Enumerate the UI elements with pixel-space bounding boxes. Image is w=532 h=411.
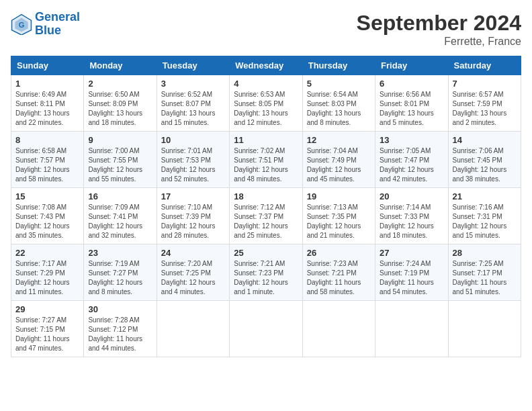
day-cell: 17Sunrise: 7:10 AMSunset: 7:39 PMDayligh…	[157, 188, 229, 244]
location: Ferrette, France	[357, 36, 521, 48]
page-header: G General Blue September 2024 Ferrette, …	[11, 11, 521, 48]
day-number: 28	[453, 248, 517, 258]
day-number: 11	[234, 135, 298, 145]
day-number: 23	[88, 248, 152, 258]
day-number: 29	[15, 304, 79, 314]
month-title: September 2024	[357, 11, 521, 36]
day-info: Sunrise: 7:00 AMSunset: 7:55 PMDaylight:…	[88, 146, 152, 184]
day-number: 16	[88, 191, 152, 201]
day-cell: 27Sunrise: 7:24 AMSunset: 7:19 PMDayligh…	[375, 244, 448, 301]
day-info: Sunrise: 7:04 AMSunset: 7:49 PMDaylight:…	[307, 146, 371, 184]
day-number: 13	[380, 135, 443, 145]
day-cell: 20Sunrise: 7:14 AMSunset: 7:33 PMDayligh…	[375, 188, 448, 244]
day-info: Sunrise: 7:16 AMSunset: 7:31 PMDaylight:…	[453, 203, 517, 240]
day-cell: 8Sunrise: 6:58 AMSunset: 7:57 PMDaylight…	[11, 132, 84, 188]
day-number: 12	[307, 135, 371, 145]
empty-cell	[230, 301, 302, 357]
day-number: 7	[453, 79, 517, 89]
day-number: 17	[161, 191, 225, 201]
day-number: 9	[88, 135, 152, 145]
day-info: Sunrise: 7:13 AMSunset: 7:35 PMDaylight:…	[307, 203, 371, 240]
day-info: Sunrise: 7:23 AMSunset: 7:21 PMDaylight:…	[307, 259, 371, 297]
day-cell: 3Sunrise: 6:52 AMSunset: 8:07 PMDaylight…	[157, 75, 229, 132]
day-number: 14	[453, 135, 517, 145]
day-cell: 2Sunrise: 6:50 AMSunset: 8:09 PMDaylight…	[84, 75, 157, 132]
day-cell: 5Sunrise: 6:54 AMSunset: 8:03 PMDaylight…	[302, 75, 375, 132]
day-number: 27	[380, 248, 443, 258]
day-number: 6	[380, 79, 443, 89]
empty-cell	[375, 301, 448, 357]
day-info: Sunrise: 6:56 AMSunset: 8:01 PMDaylight:…	[380, 90, 443, 128]
title-block: September 2024 Ferrette, France	[357, 11, 521, 48]
day-number: 24	[161, 248, 225, 258]
day-cell: 4Sunrise: 6:53 AMSunset: 8:05 PMDaylight…	[230, 75, 302, 132]
day-cell: 19Sunrise: 7:13 AMSunset: 7:35 PMDayligh…	[302, 188, 375, 244]
day-number: 25	[234, 248, 298, 258]
day-cell: 22Sunrise: 7:17 AMSunset: 7:29 PMDayligh…	[11, 244, 84, 301]
day-number: 1	[15, 79, 79, 89]
day-info: Sunrise: 6:50 AMSunset: 8:09 PMDaylight:…	[88, 90, 152, 128]
day-number: 3	[161, 79, 225, 89]
day-info: Sunrise: 7:12 AMSunset: 7:37 PMDaylight:…	[234, 203, 298, 240]
day-cell: 24Sunrise: 7:20 AMSunset: 7:25 PMDayligh…	[157, 244, 229, 301]
col-header-friday: Friday	[375, 56, 448, 75]
day-info: Sunrise: 7:14 AMSunset: 7:33 PMDaylight:…	[380, 203, 443, 240]
day-info: Sunrise: 7:08 AMSunset: 7:43 PMDaylight:…	[15, 203, 79, 240]
day-number: 20	[380, 191, 443, 201]
day-info: Sunrise: 7:10 AMSunset: 7:39 PMDaylight:…	[161, 203, 225, 240]
col-header-thursday: Thursday	[302, 56, 375, 75]
day-cell: 18Sunrise: 7:12 AMSunset: 7:37 PMDayligh…	[230, 188, 302, 244]
svg-text:G: G	[19, 21, 25, 29]
day-number: 19	[307, 191, 371, 201]
day-info: Sunrise: 6:53 AMSunset: 8:05 PMDaylight:…	[234, 90, 298, 128]
calendar: SundayMondayTuesdayWednesdayThursdayFrid…	[11, 56, 521, 357]
day-info: Sunrise: 7:27 AMSunset: 7:15 PMDaylight:…	[15, 316, 79, 353]
day-number: 2	[88, 79, 152, 89]
day-cell: 1Sunrise: 6:49 AMSunset: 8:11 PMDaylight…	[11, 75, 84, 132]
day-cell: 28Sunrise: 7:25 AMSunset: 7:17 PMDayligh…	[448, 244, 521, 301]
day-info: Sunrise: 7:05 AMSunset: 7:47 PMDaylight:…	[380, 146, 443, 184]
logo-icon: G	[11, 13, 32, 35]
day-info: Sunrise: 6:49 AMSunset: 8:11 PMDaylight:…	[15, 90, 79, 128]
day-info: Sunrise: 7:06 AMSunset: 7:45 PMDaylight:…	[453, 146, 517, 184]
day-info: Sunrise: 6:52 AMSunset: 8:07 PMDaylight:…	[161, 90, 225, 128]
day-cell: 21Sunrise: 7:16 AMSunset: 7:31 PMDayligh…	[448, 188, 521, 244]
day-cell: 13Sunrise: 7:05 AMSunset: 7:47 PMDayligh…	[375, 132, 448, 188]
day-cell: 30Sunrise: 7:28 AMSunset: 7:12 PMDayligh…	[84, 301, 157, 357]
logo: G General Blue	[11, 11, 80, 38]
day-info: Sunrise: 6:57 AMSunset: 7:59 PMDaylight:…	[453, 90, 517, 128]
day-cell: 23Sunrise: 7:19 AMSunset: 7:27 PMDayligh…	[84, 244, 157, 301]
day-cell: 25Sunrise: 7:21 AMSunset: 7:23 PMDayligh…	[230, 244, 302, 301]
col-header-saturday: Saturday	[448, 56, 521, 75]
day-cell: 26Sunrise: 7:23 AMSunset: 7:21 PMDayligh…	[302, 244, 375, 301]
day-info: Sunrise: 7:09 AMSunset: 7:41 PMDaylight:…	[88, 203, 152, 240]
day-info: Sunrise: 7:25 AMSunset: 7:17 PMDaylight:…	[453, 259, 517, 297]
day-number: 4	[234, 79, 298, 89]
day-cell: 15Sunrise: 7:08 AMSunset: 7:43 PMDayligh…	[11, 188, 84, 244]
col-header-monday: Monday	[84, 56, 157, 75]
day-cell: 9Sunrise: 7:00 AMSunset: 7:55 PMDaylight…	[84, 132, 157, 188]
day-cell: 10Sunrise: 7:01 AMSunset: 7:53 PMDayligh…	[157, 132, 229, 188]
day-info: Sunrise: 7:21 AMSunset: 7:23 PMDaylight:…	[234, 259, 298, 297]
day-number: 18	[234, 191, 298, 201]
day-cell: 29Sunrise: 7:27 AMSunset: 7:15 PMDayligh…	[11, 301, 84, 357]
logo-text: General Blue	[35, 11, 80, 38]
empty-cell	[448, 301, 521, 357]
day-info: Sunrise: 7:24 AMSunset: 7:19 PMDaylight:…	[380, 259, 443, 297]
day-cell: 7Sunrise: 6:57 AMSunset: 7:59 PMDaylight…	[448, 75, 521, 132]
day-number: 15	[15, 191, 79, 201]
day-cell: 16Sunrise: 7:09 AMSunset: 7:41 PMDayligh…	[84, 188, 157, 244]
day-number: 30	[88, 304, 152, 314]
day-info: Sunrise: 7:01 AMSunset: 7:53 PMDaylight:…	[161, 146, 225, 184]
col-header-tuesday: Tuesday	[157, 56, 229, 75]
col-header-wednesday: Wednesday	[230, 56, 302, 75]
day-info: Sunrise: 7:20 AMSunset: 7:25 PMDaylight:…	[161, 259, 225, 297]
day-info: Sunrise: 7:17 AMSunset: 7:29 PMDaylight:…	[15, 259, 79, 297]
empty-cell	[157, 301, 229, 357]
day-info: Sunrise: 6:54 AMSunset: 8:03 PMDaylight:…	[307, 90, 371, 128]
day-cell: 14Sunrise: 7:06 AMSunset: 7:45 PMDayligh…	[448, 132, 521, 188]
day-info: Sunrise: 7:19 AMSunset: 7:27 PMDaylight:…	[88, 259, 152, 297]
day-number: 22	[15, 248, 79, 258]
day-number: 26	[307, 248, 371, 258]
day-number: 8	[15, 135, 79, 145]
